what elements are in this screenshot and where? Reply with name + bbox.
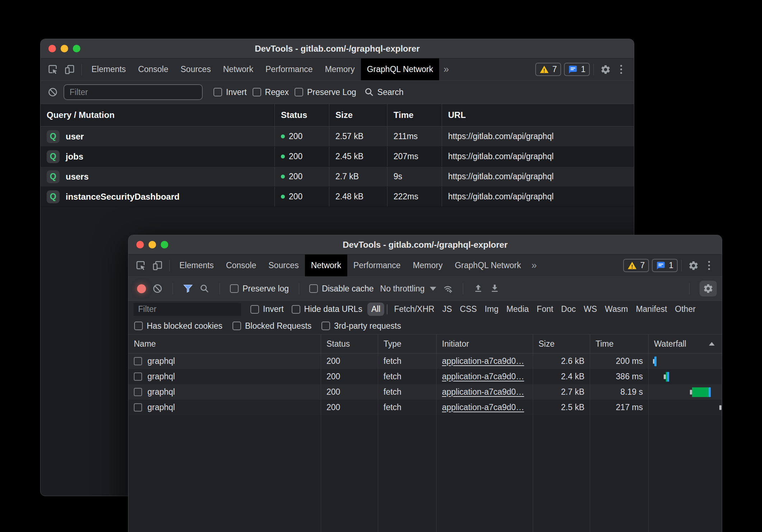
panel-tab[interactable]: Network: [217, 58, 259, 80]
graphql-request-row[interactable]: Q jobs 200 2.45 kB 207ms https://gitlab.…: [41, 147, 634, 167]
invert-checkbox[interactable]: Invert: [213, 87, 247, 97]
warnings-badge[interactable]: 7: [623, 259, 649, 272]
inspect-element-icon[interactable]: [45, 61, 61, 78]
row-checkbox[interactable]: [134, 388, 142, 396]
network-request-row[interactable]: graphql 200 fetch application-a7ca9d0… 2…: [128, 384, 722, 400]
panel-tab[interactable]: GraphQL Network: [449, 255, 527, 276]
panel-tab[interactable]: Sources: [262, 255, 305, 276]
type-filter-pill[interactable]: Wasm: [601, 303, 632, 316]
checkbox-box[interactable]: [295, 88, 303, 96]
row-checkbox[interactable]: [134, 357, 142, 365]
checkbox-box[interactable]: [134, 322, 143, 330]
panel-tab[interactable]: Memory: [407, 255, 449, 276]
type-filter-pill[interactable]: JS: [438, 303, 456, 316]
blocked-requests-checkbox[interactable]: Blocked Requests: [232, 321, 311, 331]
device-toolbar-icon[interactable]: [61, 61, 78, 78]
more-options-icon[interactable]: [614, 61, 628, 78]
network-settings-button[interactable]: [700, 281, 717, 296]
checkbox-box[interactable]: [232, 322, 241, 330]
filter-input[interactable]: [64, 84, 203, 100]
panel-tab[interactable]: GraphQL Network: [361, 58, 439, 80]
network-filter-input[interactable]: [133, 303, 241, 316]
type-filter-pill[interactable]: CSS: [456, 303, 481, 316]
type-filter-pill[interactable]: WS: [580, 303, 601, 316]
initiator-link[interactable]: application-a7ca9d0…: [442, 356, 524, 366]
export-har-icon[interactable]: [473, 284, 483, 294]
checkbox-box[interactable]: [253, 88, 261, 96]
panel-tab[interactable]: Performance: [259, 58, 319, 80]
panel-tab[interactable]: Performance: [347, 255, 407, 276]
minimize-button[interactable]: [149, 241, 156, 248]
network-conditions-icon[interactable]: [443, 284, 453, 294]
column-header-size[interactable]: Size: [329, 104, 387, 126]
column-header-time[interactable]: Time: [387, 104, 442, 126]
more-panels-icon[interactable]: »: [527, 260, 541, 271]
column-header-size[interactable]: Size: [533, 334, 590, 353]
import-har-icon[interactable]: [490, 284, 500, 294]
graphql-request-row[interactable]: Q users 200 2.7 kB 9s https://gitlab.com…: [41, 167, 634, 187]
close-button[interactable]: [136, 241, 144, 248]
issues-badge[interactable]: 1: [652, 259, 678, 272]
type-filter-pill[interactable]: Media: [502, 303, 533, 316]
clear-icon[interactable]: [152, 284, 163, 294]
panel-tab[interactable]: Elements: [85, 58, 132, 80]
type-filter-pill[interactable]: Doc: [557, 303, 580, 316]
column-header-status[interactable]: Status: [275, 104, 329, 126]
settings-gear-icon[interactable]: [597, 61, 614, 78]
checkbox-box[interactable]: [250, 305, 259, 314]
column-header-name[interactable]: Name: [128, 334, 321, 353]
column-header-waterfall[interactable]: Waterfall: [649, 334, 722, 353]
column-header-type[interactable]: Type: [378, 334, 437, 353]
record-button[interactable]: [137, 284, 146, 293]
filter-funnel-icon[interactable]: [183, 284, 193, 294]
graphql-request-row[interactable]: Q instanceSecurityDashboard 200 2.48 kB …: [41, 187, 634, 207]
settings-gear-icon[interactable]: [685, 257, 702, 274]
minimize-button[interactable]: [61, 45, 68, 52]
close-button[interactable]: [48, 45, 56, 52]
checkbox-box[interactable]: [292, 305, 300, 314]
panel-tab[interactable]: Console: [220, 255, 262, 276]
has-blocked-cookies-checkbox[interactable]: Has blocked cookies: [134, 321, 222, 331]
column-header-time[interactable]: Time: [590, 334, 649, 353]
panel-tab[interactable]: Sources: [174, 58, 217, 80]
preserve-log-checkbox[interactable]: Preserve log: [230, 284, 289, 294]
more-options-icon[interactable]: [702, 257, 716, 274]
device-toolbar-icon[interactable]: [149, 257, 166, 274]
initiator-link[interactable]: application-a7ca9d0…: [442, 372, 524, 381]
preserve-log-checkbox[interactable]: Preserve Log: [295, 87, 356, 97]
maximize-button[interactable]: [73, 45, 80, 52]
network-request-row[interactable]: graphql 200 fetch application-a7ca9d0… 2…: [128, 369, 722, 384]
panel-tab[interactable]: Memory: [319, 58, 361, 80]
type-filter-pill[interactable]: Img: [481, 303, 502, 316]
panel-tab[interactable]: Network: [305, 255, 347, 276]
type-filter-pill[interactable]: Fetch/XHR: [390, 303, 438, 316]
checkbox-box[interactable]: [309, 284, 318, 293]
hide-data-urls-checkbox[interactable]: Hide data URLs: [292, 304, 362, 314]
column-header-url[interactable]: URL: [442, 104, 634, 126]
panel-tab[interactable]: Console: [132, 58, 174, 80]
search-icon[interactable]: [199, 284, 210, 294]
column-header-query-mutation[interactable]: Query / Mutation: [41, 104, 275, 126]
row-checkbox[interactable]: [134, 372, 142, 381]
checkbox-box[interactable]: [213, 88, 222, 96]
network-request-row[interactable]: graphql 200 fetch application-a7ca9d0… 2…: [128, 353, 722, 369]
third-party-requests-checkbox[interactable]: 3rd-party requests: [321, 321, 401, 331]
initiator-link[interactable]: application-a7ca9d0…: [442, 387, 524, 397]
column-header-status[interactable]: Status: [321, 334, 378, 353]
graphql-request-row[interactable]: Q user 200 2.57 kB 211ms https://gitlab.…: [41, 127, 634, 147]
disable-cache-checkbox[interactable]: Disable cache: [309, 284, 373, 294]
network-request-row[interactable]: graphql 200 fetch application-a7ca9d0… 2…: [128, 400, 722, 415]
inspect-element-icon[interactable]: [133, 257, 149, 274]
search-button[interactable]: Search: [364, 87, 404, 97]
regex-checkbox[interactable]: Regex: [253, 87, 289, 97]
throttling-select[interactable]: No throttling: [380, 284, 436, 294]
type-filter-pill[interactable]: All: [367, 303, 385, 316]
more-panels-icon[interactable]: »: [439, 64, 453, 75]
column-header-initiator[interactable]: Initiator: [437, 334, 533, 353]
invert-checkbox[interactable]: Invert: [250, 304, 284, 314]
panel-tab[interactable]: Elements: [173, 255, 220, 276]
maximize-button[interactable]: [161, 241, 168, 248]
warnings-badge[interactable]: 7: [535, 63, 561, 76]
issues-badge[interactable]: 1: [564, 63, 590, 76]
checkbox-box[interactable]: [321, 322, 330, 330]
